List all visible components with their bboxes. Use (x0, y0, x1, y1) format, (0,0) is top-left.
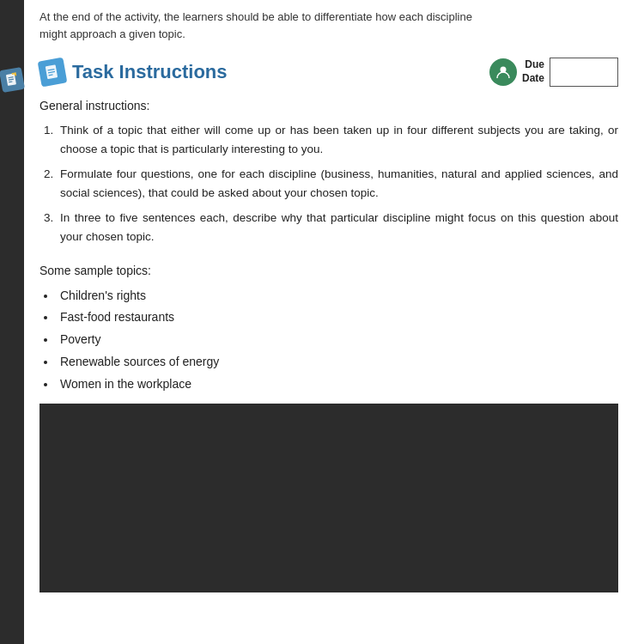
intro-text: At the end of the activity, the learners… (39, 9, 618, 42)
instruction-item-1: Think of a topic that either will come u… (57, 121, 618, 158)
general-instructions-label: General instructions: (39, 99, 618, 112)
topic-item-4: Renewable sources of energy (57, 352, 618, 373)
topics-list: Children's rights Fast-food restaurants … (57, 286, 618, 395)
user-avatar (489, 58, 517, 86)
svg-line-9 (49, 75, 53, 76)
instruction-item-2: Formulate four questions, one for each d… (57, 165, 618, 202)
instruction-item-3: In three to five sentences each, describ… (57, 209, 618, 246)
task-header: Task Instructions DueDate (39, 58, 618, 87)
topic-item-3: Poverty (57, 330, 618, 350)
task-title-text: Task Instructions (72, 61, 228, 83)
due-date-input[interactable] (550, 58, 618, 87)
due-date-section: DueDate (489, 58, 618, 87)
sidebar-task-icon (0, 67, 25, 93)
topic-item-2: Fast-food restaurants (57, 307, 618, 328)
instructions-list: Think of a topic that either will come u… (57, 121, 618, 246)
svg-line-3 (9, 82, 12, 82)
task-title-group: Task Instructions (39, 59, 228, 85)
topic-item-5: Women in the workplace (57, 374, 618, 395)
dark-bottom-area (39, 404, 618, 592)
topic-item-1: Children's rights (57, 286, 618, 307)
page-wrapper: At the end of the activity, the learners… (0, 0, 644, 644)
main-content: At the end of the activity, the learners… (24, 0, 644, 644)
task-title-icon (38, 58, 68, 88)
due-date-label: DueDate (522, 58, 544, 85)
left-sidebar (0, 0, 24, 644)
sample-topics-label: Some sample topics: (39, 264, 618, 277)
